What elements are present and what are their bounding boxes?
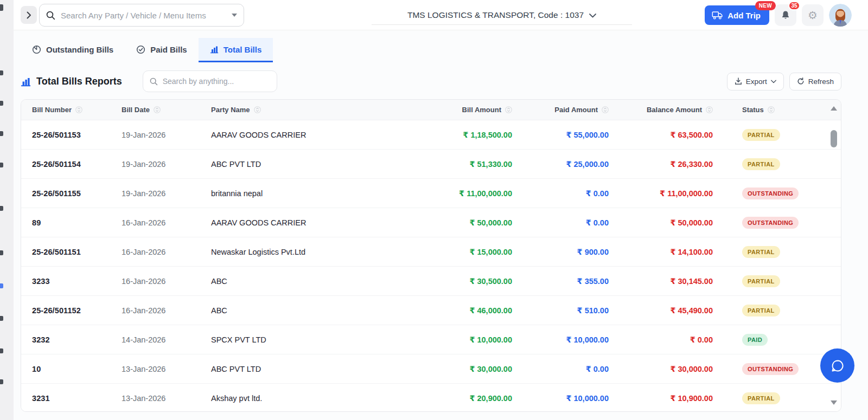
company-selector[interactable]: TMS LOGISTICS & TRANSPORT, Code : 1037 (372, 5, 632, 25)
refresh-button[interactable]: Refresh (789, 73, 841, 91)
bill-date-cell: 16-Jan-2026 (122, 277, 211, 286)
collapsed-sidebar-edge (0, 0, 14, 420)
status-cell: PARTIAL (713, 275, 827, 287)
bill-amount-cell: ₹ 11,00,000.00 (414, 189, 512, 198)
status-cell: OUTSTANDING (713, 217, 827, 229)
column-header-bill-date[interactable]: Bill Date (122, 106, 211, 114)
status-cell: PARTIAL (713, 246, 827, 258)
party-name-cell: ABC (211, 306, 414, 315)
party-name-cell: Akshay pvt ltd. (211, 394, 414, 403)
bills-table: Bill Number Bill Date Party Name Bill Am… (21, 99, 841, 412)
party-name-cell: SPCX PVT LTD (211, 335, 414, 344)
user-avatar[interactable] (829, 4, 852, 27)
sort-icon (505, 106, 512, 113)
top-header: TMS LOGISTICS & TRANSPORT, Code : 1037 A… (14, 0, 868, 30)
status-badge: OUTSTANDING (742, 188, 799, 199)
column-header-balance-amount[interactable]: Balance Amount (609, 106, 713, 114)
bill-date-cell: 13-Jan-2026 (122, 394, 211, 403)
settings-button[interactable]: ⚙ (802, 4, 824, 26)
notifications-button[interactable]: 35 (775, 4, 796, 26)
paid-amount-cell: ₹ 55,000.00 (512, 131, 609, 139)
status-cell: PAID (713, 334, 827, 346)
status-badge: PARTIAL (742, 305, 780, 316)
scrollbar-thumb[interactable] (831, 130, 837, 147)
bill-number-cell: 25-26/501152 (32, 306, 122, 315)
bill-date-cell: 16-Jan-2026 (122, 306, 211, 315)
global-search-input[interactable] (61, 11, 232, 20)
table-body: 25-26/501153 19-Jan-2026 AARAV GOODS CAR… (21, 120, 841, 412)
bill-amount-cell: ₹ 20,900.00 (414, 394, 512, 403)
column-header-bill-number[interactable]: Bill Number (32, 106, 122, 114)
sort-icon (602, 106, 609, 113)
status-badge: PARTIAL (742, 158, 780, 170)
chevron-down-icon (771, 80, 776, 83)
chat-support-button[interactable] (820, 348, 854, 383)
bill-number-cell: 25-26/501151 (32, 248, 122, 256)
column-header-status[interactable]: Status (713, 106, 827, 114)
status-badge: OUTSTANDING (742, 217, 799, 229)
bill-number-cell: 3233 (32, 277, 122, 286)
status-cell: PARTIAL (713, 158, 827, 170)
search-scope-caret-icon[interactable] (232, 14, 237, 17)
column-header-party-name[interactable]: Party Name (211, 106, 414, 114)
bill-date-cell: 19-Jan-2026 (122, 131, 211, 139)
pie-chart-icon (32, 45, 41, 54)
add-trip-button[interactable]: Add Trip NEW (705, 5, 769, 25)
status-cell: OUTSTANDING (713, 188, 827, 199)
export-button[interactable]: Export (727, 73, 784, 91)
refresh-icon (797, 77, 805, 85)
report-header: Total Bills Reports Export Refresh (21, 69, 841, 93)
scroll-down-arrow[interactable] (831, 400, 837, 405)
table-row[interactable]: 3233 16-Jan-2026 ABC ₹ 30,500.00 ₹ 355.0… (21, 267, 841, 296)
status-badge: PARTIAL (742, 129, 780, 141)
bill-number-cell: 25-26/501154 (32, 160, 122, 169)
table-row[interactable]: 3232 14-Jan-2026 SPCX PVT LTD ₹ 10,000.0… (21, 325, 841, 354)
party-name-cell: britannia nepal (211, 189, 414, 198)
balance-amount-cell: ₹ 10,900.00 (609, 394, 713, 403)
bill-number-cell: 10 (32, 365, 122, 373)
column-header-paid-amount[interactable]: Paid Amount (512, 106, 609, 114)
table-row[interactable]: 10 13-Jan-2026 ABC PVT LTD ₹ 30,000.00 ₹… (21, 354, 841, 384)
bar-chart-icon (21, 76, 31, 87)
table-row[interactable]: 3231 13-Jan-2026 Akshay pvt ltd. ₹ 20,90… (21, 384, 841, 412)
table-row[interactable]: 25-26/501153 19-Jan-2026 AARAV GOODS CAR… (21, 120, 841, 150)
tab-outstanding-bills[interactable]: Outstanding Bills (21, 38, 125, 62)
sidebar-expand-button[interactable] (21, 6, 37, 24)
table-row[interactable]: 25-26/501155 19-Jan-2026 britannia nepal… (21, 179, 841, 208)
column-header-bill-amount[interactable]: Bill Amount (414, 106, 512, 114)
check-circle-icon (136, 45, 145, 54)
bill-date-cell: 16-Jan-2026 (122, 218, 211, 227)
report-search-box (143, 70, 277, 92)
balance-amount-cell: ₹ 50,000.00 (609, 218, 713, 227)
chevron-down-icon (589, 14, 596, 18)
balance-amount-cell: ₹ 14,100.00 (609, 248, 713, 256)
bill-number-cell: 3232 (32, 335, 122, 344)
notification-count-badge: 35 (788, 1, 800, 10)
balance-amount-cell: ₹ 30,000.00 (609, 365, 713, 373)
table-row[interactable]: 89 16-Jan-2026 AARAV GOODS CARRIER ₹ 50,… (21, 208, 841, 237)
chat-bubble-icon (830, 358, 845, 373)
tab-label: Total Bills (224, 45, 262, 54)
table-row[interactable]: 25-26/501151 16-Jan-2026 Newaskar Logist… (21, 237, 841, 267)
tab-paid-bills[interactable]: Paid Bills (125, 38, 199, 62)
bill-amount-cell: ₹ 10,000.00 (414, 335, 512, 344)
table-header-row: Bill Number Bill Date Party Name Bill Am… (21, 100, 841, 120)
tab-total-bills[interactable]: Total Bills (199, 38, 273, 62)
bill-amount-cell: ₹ 1,18,500.00 (414, 131, 512, 139)
bill-number-cell: 25-26/501155 (32, 189, 122, 198)
status-badge: PARTIAL (742, 246, 780, 258)
table-row[interactable]: 25-26/501152 16-Jan-2026 ABC ₹ 46,000.00… (21, 296, 841, 325)
download-icon (735, 77, 742, 85)
bill-date-cell: 19-Jan-2026 (122, 189, 211, 198)
scroll-up-arrow[interactable] (831, 106, 837, 111)
paid-amount-cell: ₹ 0.00 (512, 189, 609, 198)
balance-amount-cell: ₹ 26,330.00 (609, 160, 713, 169)
bill-amount-cell: ₹ 30,500.00 (414, 277, 512, 286)
balance-amount-cell: ₹ 11,00,000.00 (609, 189, 713, 198)
report-search-input[interactable] (163, 77, 270, 86)
paid-amount-cell: ₹ 25,000.00 (512, 160, 609, 169)
bill-date-cell: 16-Jan-2026 (122, 248, 211, 256)
status-cell: PARTIAL (713, 129, 827, 141)
table-row[interactable]: 25-26/501154 19-Jan-2026 ABC PVT LTD ₹ 5… (21, 150, 841, 179)
status-badge: PAID (742, 334, 768, 346)
